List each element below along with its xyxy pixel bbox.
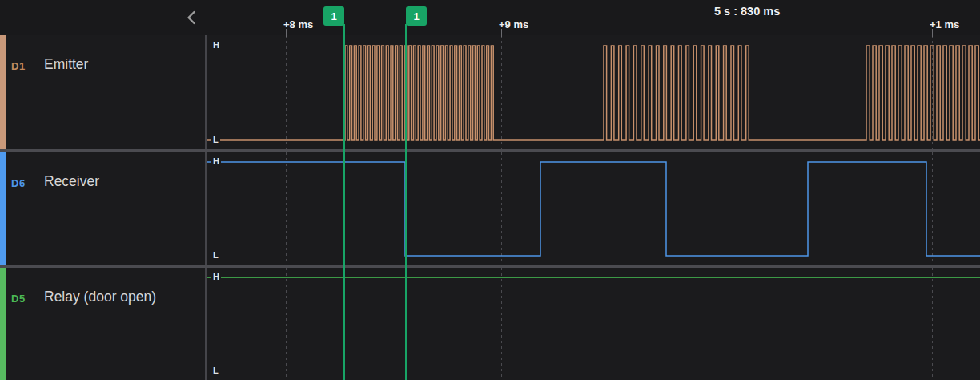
timing-marker-flag-end[interactable]: 1 xyxy=(406,6,427,26)
channel-color-bar xyxy=(0,152,6,265)
channel-color-bar xyxy=(0,268,6,380)
timing-marker-flag-start[interactable]: 1 xyxy=(323,6,344,26)
channel-name: Relay (door open) xyxy=(44,289,156,305)
level-low-label: L xyxy=(211,366,220,376)
channel-row-emitter: D1 Emitter HL xyxy=(0,35,980,149)
timeline-tick-mark xyxy=(286,29,287,37)
channel-row-relay: D5 Relay (door open) HL xyxy=(0,268,980,380)
row-separator xyxy=(0,149,980,152)
channel-id: D5 xyxy=(11,293,26,305)
timeline-tick-mark xyxy=(501,29,502,37)
digital-waveform-d1 xyxy=(207,35,980,149)
channel-row-receiver: D6 Receiver HL xyxy=(0,152,980,265)
timeline-ruler[interactable]: +8 ms+9 ms5 s : 830 ms+1 ms xyxy=(0,0,980,35)
level-high-label: H xyxy=(211,272,221,282)
channel-name: Receiver xyxy=(44,173,99,190)
channel-label-panel-relay[interactable]: D5 Relay (door open) xyxy=(0,268,207,380)
timing-marker-line[interactable] xyxy=(405,24,407,380)
row-separator xyxy=(0,265,980,268)
channel-label-panel-emitter[interactable]: D1 Emitter xyxy=(0,35,207,149)
level-high-label: H xyxy=(211,40,221,51)
logic-analyzer-window: +8 ms+9 ms5 s : 830 ms+1 ms 1 1 D1 Emitt… xyxy=(0,0,980,380)
digital-waveform-d6 xyxy=(207,152,980,265)
timeline-tick-label: 5 s : 830 ms xyxy=(714,5,780,18)
timing-marker-line[interactable] xyxy=(343,24,345,380)
channel-label-panel-receiver[interactable]: D6 Receiver xyxy=(0,152,207,265)
timeline-tick-label: +1 ms xyxy=(930,18,959,30)
waveform-area-receiver[interactable]: HL xyxy=(207,152,980,265)
waveform-area-emitter[interactable]: HL xyxy=(207,35,980,149)
timeline-tick-label: +9 ms xyxy=(499,18,528,30)
timeline-tick-label: +8 ms xyxy=(283,18,313,30)
channel-id: D1 xyxy=(11,60,26,72)
channel-color-bar xyxy=(0,35,6,149)
timeline-tick-mark xyxy=(932,29,933,37)
digital-waveform-d5 xyxy=(207,268,980,380)
timeline-tick-mark xyxy=(717,29,717,37)
level-low-label: L xyxy=(211,135,220,145)
chevron-left-icon xyxy=(186,10,197,25)
waveform-area-relay[interactable]: HL xyxy=(207,268,980,380)
collapse-sidebar-button[interactable] xyxy=(181,7,202,28)
channel-id: D6 xyxy=(11,177,26,189)
channel-name: Emitter xyxy=(44,56,88,73)
level-low-label: L xyxy=(211,250,220,261)
level-high-label: H xyxy=(211,156,221,167)
